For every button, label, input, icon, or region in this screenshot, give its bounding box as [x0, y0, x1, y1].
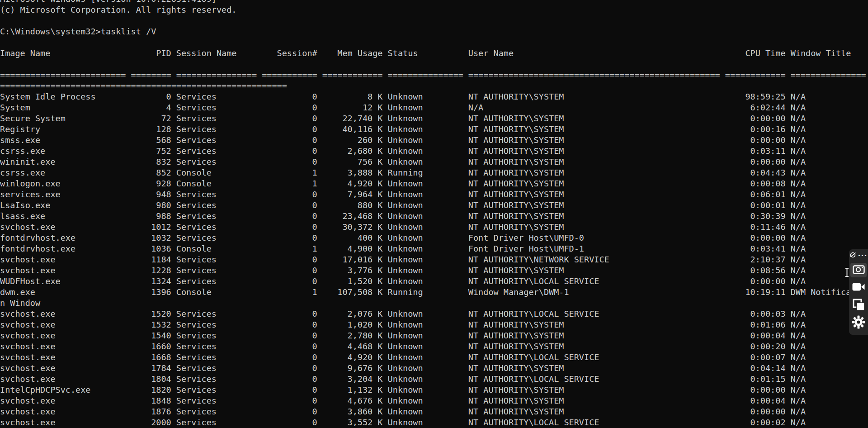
console-line: svchost.exe 1532 Services 0 1,020 K Unkn…: [0, 319, 866, 330]
console-line: ========================= ======== =====…: [0, 70, 866, 81]
console-line: [0, 59, 866, 70]
console-line: dwm.exe 1396 Console 1 107,508 K Running…: [0, 287, 866, 298]
console-line: [0, 15, 866, 26]
console-line: ========================================…: [0, 81, 866, 91]
console-line: C:\Windows\system32>tasklist /V: [0, 26, 866, 37]
video-camera-icon: [852, 282, 865, 293]
console-line: svchost.exe 2000 Services 0 3,552 K Unkn…: [0, 417, 866, 428]
console-line: winlogon.exe 928 Console 1 4,920 K Unkno…: [0, 178, 866, 189]
record-video-button[interactable]: [850, 281, 867, 295]
ellipsis-icon: •••: [858, 253, 867, 258]
console-line: services.exe 948 Services 0 7,964 K Unkn…: [0, 189, 866, 200]
console-line: Secure System 72 Services 0 22,740 K Unk…: [0, 113, 866, 124]
camera-icon: [853, 264, 865, 276]
console-line: smss.exe 568 Services 0 260 K Unknown NT…: [0, 135, 866, 146]
console-line: (c) Microsoft Corporation. All rights re…: [0, 5, 866, 15]
console-line: csrss.exe 752 Services 0 2,680 K Unknown…: [0, 146, 866, 157]
console-line: System Idle Process 0 Services 0 8 K Unk…: [0, 91, 866, 102]
console-line: fontdrvhost.exe 1032 Services 0 400 K Un…: [0, 233, 866, 243]
console-line: svchost.exe 1184 Services 0 17,016 K Unk…: [0, 254, 866, 265]
screenshot-button[interactable]: [850, 263, 867, 277]
console-line: svchost.exe 1540 Services 0 2,780 K Unkn…: [0, 330, 866, 341]
console-line: svchost.exe 1876 Services 0 3,860 K Unkn…: [0, 406, 866, 417]
copy-icon: [853, 299, 865, 313]
console-line: fontdrvhost.exe 1036 Console 1 4,900 K U…: [0, 243, 866, 254]
console-line: svchost.exe 1804 Services 0 3,204 K Unkn…: [0, 374, 866, 385]
console-line: System 4 Services 0 12 K Unknown N/A 6:0…: [0, 102, 866, 113]
toolbar-drag-handle[interactable]: •••: [849, 252, 867, 260]
console-line: csrss.exe 852 Console 1 3,888 K Running …: [0, 167, 866, 178]
console-line: svchost.exe 1784 Services 0 9,676 K Unkn…: [0, 363, 866, 374]
capture-toolbar[interactable]: •••: [849, 249, 868, 335]
console-line: WUDFHost.exe 1324 Services 0 1,520 K Unk…: [0, 276, 866, 287]
copy-window-button[interactable]: [850, 298, 867, 313]
console-line: IntelCpHDCPSvc.exe 1820 Services 0 1,132…: [0, 385, 866, 395]
console-line: Image Name PID Session Name Session# Mem…: [0, 48, 866, 59]
console-line: Microsoft Windows [Version 10.0.22631.41…: [0, 0, 866, 5]
console-line: svchost.exe 1660 Services 0 4,468 K Unkn…: [0, 341, 866, 352]
console-line: Registry 128 Services 0 40,116 K Unknown…: [0, 124, 866, 135]
console-line: svchost.exe 1012 Services 0 30,372 K Unk…: [0, 222, 866, 233]
settings-button[interactable]: [850, 316, 867, 330]
console-line: svchost.exe 1668 Services 0 4,920 K Unkn…: [0, 352, 866, 363]
console-line: LsaIso.exe 980 Services 0 880 K Unknown …: [0, 200, 866, 211]
launcher-icon: [849, 252, 856, 260]
console-line: n Window: [0, 298, 866, 309]
console-line: svchost.exe 1228 Services 0 3,776 K Unkn…: [0, 265, 866, 276]
console-line: wininit.exe 832 Services 0 756 K Unknown…: [0, 157, 866, 167]
console-line: svchost.exe 1848 Services 0 4,676 K Unkn…: [0, 395, 866, 406]
terminal-window[interactable]: Microsoft Windows [Version 10.0.22631.41…: [0, 0, 866, 428]
console-line: lsass.exe 988 Services 0 23,468 K Unknow…: [0, 211, 866, 222]
gear-icon: [851, 315, 866, 331]
console-line: svchost.exe 1520 Services 0 2,076 K Unkn…: [0, 309, 866, 319]
console-line: [0, 37, 866, 48]
